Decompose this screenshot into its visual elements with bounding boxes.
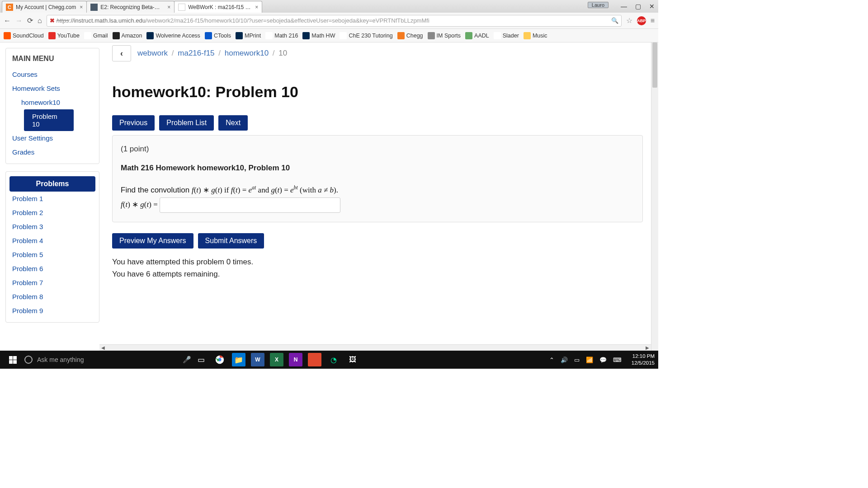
problem-list-button[interactable]: Problem List	[159, 115, 214, 131]
taskbar: Ask me anything 🎤 ▭ 📁 W X N ◔ 🖼 ⌃ 🔊 ▭ 📶 …	[0, 351, 658, 369]
tray-chevron-icon[interactable]: ⌃	[549, 357, 554, 363]
breadcrumb-problem: 10	[278, 49, 287, 57]
reload-icon[interactable]: ⟳	[27, 16, 33, 25]
onenote-icon[interactable]: N	[289, 353, 302, 366]
tab-webwork[interactable]: WeBWorK : ma216-f15 : ho ×	[174, 1, 262, 13]
window-controls: — ▢ ✕	[621, 0, 655, 13]
start-button[interactable]	[4, 356, 22, 364]
sidebar-item-homework10[interactable]: homework10	[6, 95, 99, 109]
minimize-icon[interactable]: —	[621, 3, 627, 10]
sidebar-problem-link[interactable]: Problem 4	[6, 234, 99, 248]
bookmark-item[interactable]: Music	[524, 32, 547, 39]
breadcrumb-course[interactable]: ma216-f15	[178, 49, 214, 57]
sidebar-item-homework-sets[interactable]: Homework Sets	[6, 81, 99, 95]
answer-input[interactable]	[160, 197, 340, 213]
clock-date: 12/5/2015	[632, 360, 655, 366]
bookmark-item[interactable]: SoundCloud	[4, 32, 44, 39]
taskbar-clock[interactable]: 12:10 PM 12/5/2015	[632, 353, 655, 366]
sidebar-problem-link[interactable]: Problem 5	[6, 248, 99, 262]
browser-titlebar: C My Account | Chegg.com × E2: Recognizi…	[0, 0, 658, 13]
mic-icon[interactable]: 🎤	[183, 356, 191, 364]
sidebar-problem-link[interactable]: Problem 8	[6, 290, 99, 304]
insecure-icon: ✖	[50, 17, 55, 24]
cortana-placeholder: Ask me anything	[37, 356, 84, 363]
bookmark-item[interactable]: Amazon	[113, 32, 142, 39]
maximize-icon[interactable]: ▢	[635, 3, 641, 10]
abp-icon[interactable]: ABP	[637, 16, 646, 25]
bookmark-label: ChE 230 Tutoring	[349, 33, 392, 39]
bookmark-item[interactable]: Wolverine Access	[146, 32, 200, 39]
vertical-scrollbar[interactable]: ▲	[651, 42, 658, 351]
bookmark-item[interactable]: IM Sports	[428, 32, 461, 39]
app-icon-2[interactable]: ◔	[327, 353, 340, 366]
back-icon[interactable]: ←	[4, 17, 11, 25]
task-view-icon[interactable]: ▭	[198, 355, 205, 365]
sidebar-problem-link[interactable]: Problem 3	[6, 220, 99, 234]
close-icon[interactable]: ×	[80, 4, 83, 10]
wifi-icon[interactable]: 📶	[586, 357, 593, 363]
home-icon[interactable]: ⌂	[38, 17, 42, 25]
app-icon-1[interactable]	[308, 353, 321, 366]
bookmark-favicon-icon	[84, 32, 91, 39]
keyboard-icon[interactable]: ⌨	[613, 357, 622, 363]
bookmark-item[interactable]: CTools	[205, 32, 231, 39]
sidebar-problem-link[interactable]: Problem 2	[6, 206, 99, 220]
horizontal-scrollbar[interactable]: ◀ ▶	[99, 344, 651, 351]
bookmark-item[interactable]: Gmail	[84, 32, 108, 39]
bookmark-item[interactable]: Math 216	[265, 32, 298, 39]
close-icon[interactable]: ×	[255, 4, 258, 10]
bookmark-label: YouTube	[57, 33, 80, 39]
sidebar-problem-link[interactable]: Problem 6	[6, 262, 99, 276]
sidebar-problem-link[interactable]: Problem 7	[6, 276, 99, 290]
submit-answers-button[interactable]: Submit Answers	[198, 233, 264, 249]
bookmark-item[interactable]: Slader	[494, 32, 519, 39]
photos-icon[interactable]: 🖼	[346, 353, 359, 366]
bookmark-item[interactable]: Math HW	[302, 32, 335, 39]
tab-e2[interactable]: E2: Recognizing Beta-Hydr ×	[86, 1, 175, 13]
bookmark-label: Wolverine Access	[156, 33, 200, 39]
preview-answers-button[interactable]: Preview My Answers	[112, 233, 193, 249]
action-center-icon[interactable]: 💬	[599, 357, 607, 363]
breadcrumb-homework[interactable]: homework10	[225, 49, 269, 57]
bookmark-label: Music	[533, 33, 547, 39]
bookmark-item[interactable]: MPrint	[236, 32, 261, 39]
browser-tabs: C My Account | Chegg.com × E2: Recognizi…	[0, 1, 262, 13]
breadcrumb-back-button[interactable]: ‹	[112, 45, 131, 61]
volume-icon[interactable]: 🔊	[561, 357, 568, 363]
bookmark-favicon-icon	[428, 32, 435, 39]
breadcrumb-webwork[interactable]: webwork	[137, 49, 168, 57]
bookmark-label: CTools	[214, 33, 231, 39]
sidebar-item-user-settings[interactable]: User Settings	[6, 131, 99, 145]
bookmark-item[interactable]: AADL	[465, 32, 489, 39]
bookmark-favicon-icon	[146, 32, 154, 39]
next-button[interactable]: Next	[218, 115, 248, 131]
tab-chegg[interactable]: C My Account | Chegg.com ×	[2, 1, 87, 13]
bookmark-item[interactable]: Chegg	[397, 32, 423, 39]
bookmark-item[interactable]: YouTube	[48, 32, 80, 39]
tab-title: My Account | Chegg.com	[16, 4, 76, 10]
menu-icon[interactable]: ≡	[651, 17, 655, 25]
bookmark-item[interactable]: ChE 230 Tutoring	[340, 32, 392, 39]
url-input[interactable]: ✖ https ://instruct.math.lsa.umich.edu /…	[47, 15, 622, 27]
battery-icon[interactable]: ▭	[574, 357, 580, 363]
sidebar-item-courses[interactable]: Courses	[6, 67, 99, 81]
sidebar-item-grades[interactable]: Grades	[6, 145, 99, 159]
previous-button[interactable]: Previous	[112, 115, 155, 131]
sidebar-problem-link[interactable]: Problem 9	[6, 304, 99, 318]
attempts-line2: You have 6 attempts remaining.	[112, 268, 643, 280]
excel-icon[interactable]: X	[270, 353, 283, 366]
bookmark-star-icon[interactable]: ☆	[626, 16, 632, 25]
file-explorer-icon[interactable]: 📁	[232, 353, 245, 366]
points-label: (1 point)	[121, 145, 634, 154]
close-icon[interactable]: ×	[167, 4, 170, 10]
chrome-icon[interactable]	[213, 353, 226, 366]
sidebar-problem-link[interactable]: Problem 1	[6, 192, 99, 206]
cortana-search[interactable]: Ask me anything	[24, 356, 178, 364]
word-icon[interactable]: W	[251, 353, 264, 366]
problem-header: Math 216 Homework homework10, Problem 10	[121, 164, 634, 173]
file-icon	[178, 4, 185, 11]
forward-icon[interactable]: →	[15, 17, 23, 25]
close-window-icon[interactable]: ✕	[649, 3, 655, 10]
sidebar-item-problem-10[interactable]: Problem 10	[24, 109, 74, 131]
breadcrumb: webwork / ma216-f15 / homework10 / 10	[137, 49, 287, 58]
